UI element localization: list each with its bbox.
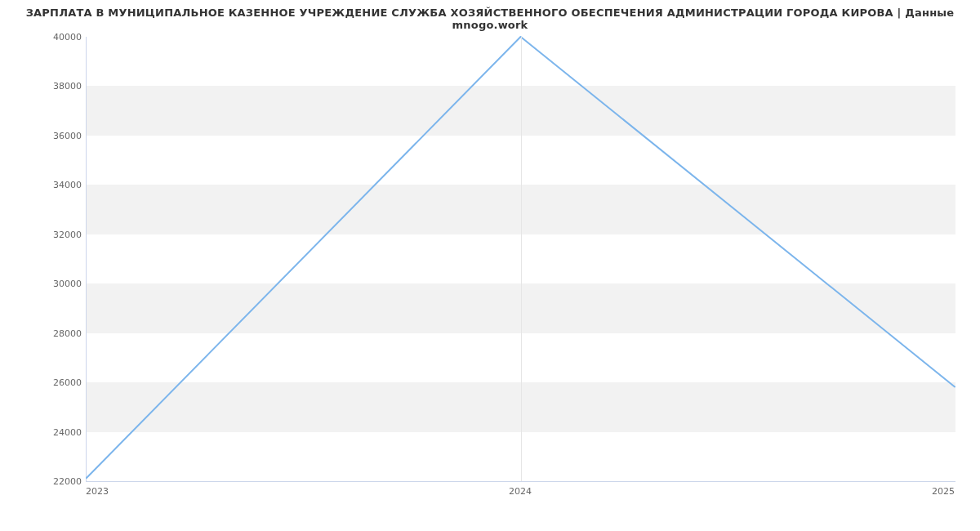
y-tick-label: 40000 (33, 32, 82, 42)
y-tick-label: 38000 (33, 81, 82, 91)
chart-title: ЗАРПЛАТА В МУНИЦИПАЛЬНОЕ КАЗЕННОЕ УЧРЕЖД… (0, 7, 980, 31)
y-tick-label: 30000 (33, 279, 82, 289)
plot-area (86, 37, 956, 482)
y-tick-label: 36000 (33, 130, 82, 141)
y-tick-label: 34000 (33, 180, 82, 190)
y-tick-label: 24000 (33, 426, 82, 437)
y-tick-label: 22000 (33, 476, 82, 487)
y-tick-label: 32000 (33, 229, 82, 239)
x-tick-label: 2025 (932, 486, 955, 497)
v-gridline (521, 37, 522, 481)
y-tick-label: 28000 (33, 328, 82, 338)
salary-line-chart: ЗАРПЛАТА В МУНИЦИПАЛЬНОЕ КАЗЕННОЕ УЧРЕЖД… (0, 0, 980, 531)
x-tick-label: 2023 (86, 486, 109, 497)
x-tick-label: 2024 (509, 486, 532, 497)
y-tick-label: 26000 (33, 377, 82, 388)
